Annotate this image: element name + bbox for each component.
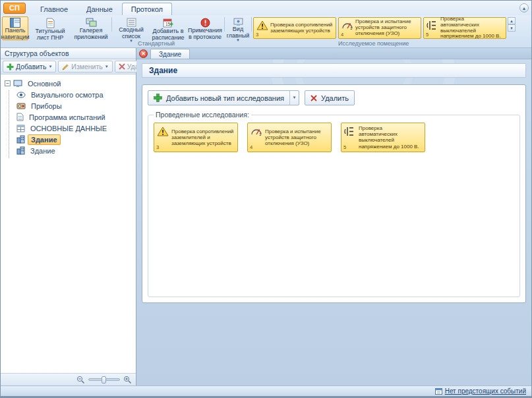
add-node-button[interactable]: Добавить ▼ (3, 61, 56, 72)
chevron-down-icon: ▼ (105, 65, 109, 69)
zoom-in-icon[interactable] (123, 376, 132, 384)
ribbon-tab-main[interactable]: Главное (31, 3, 77, 15)
study-number: 3 (156, 145, 159, 151)
tree-item-label: Визуального осмотра (28, 90, 106, 100)
panel-title: Структура объектов (1, 48, 136, 59)
tree-item-label: ОСНОВНЫЕ ДАННЫЕ (28, 124, 109, 133)
zoom-slider-thumb[interactable] (102, 376, 106, 384)
delete-study-button[interactable]: Удалить (305, 90, 355, 105)
gallery-icon (86, 18, 97, 28)
summary-list-label: Сводный список (115, 27, 148, 40)
status-bar: Нет предстоящих событий (1, 385, 531, 396)
studies-toolbar: Добавить новый тип исследования ▼ Удалит… (148, 90, 520, 105)
study-label: Проверка и испытание устройств защитного… (355, 19, 419, 37)
study-number: 4 (341, 32, 343, 38)
minimize-ribbon-button[interactable]: ▲ (519, 3, 529, 13)
tree-item-label: Основной (25, 79, 63, 88)
document-tab-building[interactable]: Здание (150, 49, 190, 59)
warning-triangle-icon (256, 20, 268, 30)
chevron-down-icon: ▼ (293, 96, 297, 100)
list-icon (127, 18, 136, 27)
tree-item-devices[interactable]: Приборы (2, 100, 134, 111)
study-rcd-test[interactable]: 1 4 Проверка и испытание устройств защит… (247, 123, 332, 152)
study-label: Проверка сопротивлений заземлителей и за… (171, 128, 235, 147)
edit-node-button[interactable]: Изменить ▼ (58, 61, 112, 72)
table-icon (16, 125, 25, 132)
ribbon-tab-data[interactable]: Данные (77, 3, 122, 15)
ribbon-separator (251, 17, 252, 32)
summary-list-button[interactable]: Сводный список ▼ (113, 16, 149, 40)
tree-item-building[interactable]: Здание (2, 145, 134, 156)
study-label: Проверка сопротивлений заземляющих устро… (270, 22, 334, 34)
tree-item-label: Приборы (28, 101, 65, 111)
tree-item-label: Программа испытаний (26, 113, 108, 122)
plus-icon (154, 94, 162, 102)
building-icon (16, 146, 25, 155)
ribbon-scroll-strip: ▲ ▼ (508, 17, 516, 32)
object-structure-panel: Структура объектов Добавить ▼ Изменить ▼… (1, 48, 136, 385)
rcd-test-icon: 1 (251, 127, 262, 136)
pencil-icon (62, 63, 69, 71)
svg-text:15: 15 (165, 22, 171, 26)
tree-toolbar: Добавить ▼ Изменить ▼ Удалить (1, 59, 136, 74)
add-study-type-button[interactable]: Добавить новый тип исследования ▼ (148, 90, 299, 105)
view-main-button[interactable]: Вид главный ▼ (226, 16, 250, 40)
tree-item-root[interactable]: − Основной (2, 78, 134, 89)
studies-row: 3 Проверка сопротивлений заземлителей и … (152, 121, 516, 154)
study-breakers[interactable]: 5 Проверка автоматических выключателей н… (341, 123, 425, 152)
navigation-panel-icon (10, 18, 20, 28)
zoom-slider[interactable] (88, 378, 120, 381)
protocol-notes-button[interactable]: Примечания в протоколе (187, 16, 223, 40)
ribbon-scroll-down[interactable]: ▼ (508, 24, 516, 32)
attachments-gallery-label: Галерея приложений (73, 28, 109, 40)
chevron-down-icon: ▼ (236, 39, 240, 42)
attachments-gallery-button[interactable]: Галерея приложений (72, 16, 110, 40)
navigation-panel-label: Панель навигации (1, 28, 29, 40)
tree-item-label: Здание (28, 146, 58, 156)
ribbon: Панель навигации Титульный лист ПНР Гале… (1, 15, 531, 48)
protocol-notes-label: Примечания в протоколе (188, 28, 222, 40)
close-document-icon[interactable]: ✕ (139, 49, 148, 58)
add-study-dropdown[interactable]: ▼ (289, 91, 299, 105)
tree-item-building-selected[interactable]: Здание (2, 134, 134, 145)
study-label: Проверка автоматических выключателей нап… (359, 125, 423, 150)
ribbon-study-rcd-test[interactable]: 1 4 Проверка и испытание устройств защит… (338, 17, 421, 39)
tree-item-test-program[interactable]: Программа испытаний (2, 111, 134, 123)
ribbon-separator (111, 17, 112, 32)
study-label: Проверка и испытание устройств защитного… (265, 128, 329, 147)
calendar-add-icon: 15 (163, 18, 173, 28)
computer-icon (13, 80, 22, 88)
chevron-down-icon: ▼ (48, 65, 52, 69)
add-study-type-label: Добавить новый тип исследования (166, 94, 284, 102)
collapse-icon[interactable]: − (5, 80, 11, 86)
study-ground-resistance[interactable]: 3 Проверка сопротивлений заземлителей и … (154, 123, 238, 152)
view-main-label: Вид главный (227, 26, 250, 39)
upcoming-events-link[interactable]: Нет предстоящих событий (445, 387, 526, 395)
eye-icon (16, 92, 26, 98)
rcd-test-icon: 1 (341, 20, 353, 30)
building-content-panel: Добавить новый тип исследования ▼ Удалит… (142, 84, 526, 303)
add-to-schedule-label: Добавить в расписание (150, 28, 186, 41)
study-number: 5 (426, 32, 429, 38)
title-sheet-button[interactable]: Титульный лист ПНР (28, 16, 72, 40)
ribbon-scroll-up[interactable]: ▲ (508, 17, 516, 24)
zoom-out-icon[interactable] (76, 376, 85, 384)
ribbon-group-label-standard: Стандартный (138, 40, 175, 47)
tree-item-visual-inspection[interactable]: Визуального осмотра (2, 89, 134, 100)
add-to-schedule-button[interactable]: 15 Добавить в расписание (149, 16, 187, 40)
navigation-panel-button[interactable]: Панель навигации (2, 16, 28, 40)
warning-triangle-icon (157, 127, 169, 136)
object-tree: − Основной Визуального осмотра Приборы П… (1, 74, 136, 373)
document-body: Здание Добавить новый тип исследования ▼ (136, 59, 531, 385)
title-sheet-label: Титульный лист ПНР (30, 28, 71, 41)
ribbon-study-breakers[interactable]: 5 Проверка автоматических выключателей н… (423, 17, 506, 39)
circuit-breaker-icon (427, 20, 438, 30)
edit-node-label: Изменить (71, 63, 102, 71)
tree-item-basic-data[interactable]: ОСНОВНЫЕ ДАННЫЕ (2, 123, 134, 134)
ribbon-study-ground-resistance[interactable]: 3 Проверка сопротивлений заземляющих уст… (253, 17, 336, 39)
workspace: Структура объектов Добавить ▼ Изменить ▼… (1, 48, 531, 385)
ribbon-tab-protocol[interactable]: Протокол (122, 3, 172, 15)
application-menu-button[interactable]: СП (3, 3, 26, 14)
conducted-studies-label: Проведенные исследования: (154, 111, 251, 119)
study-number: 3 (256, 32, 258, 38)
